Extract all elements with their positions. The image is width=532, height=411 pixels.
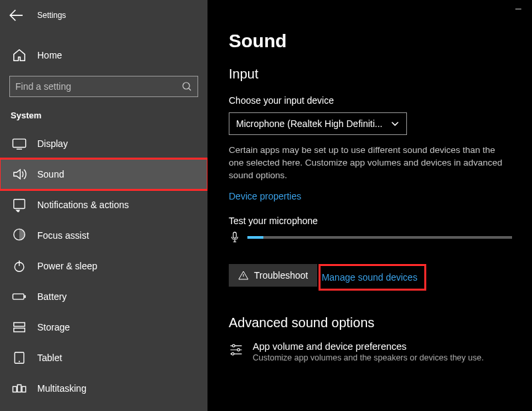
test-mic-label: Test your microphone: [229, 215, 512, 226]
help-text: Certain apps may be set up to use differ…: [229, 144, 512, 182]
home-icon: [12, 48, 27, 63]
nav-label: Sound: [37, 169, 64, 180]
svg-rect-7: [14, 328, 25, 332]
section-label-system: System: [0, 101, 207, 128]
mic-level-meter: [247, 236, 512, 239]
tablet-icon: [12, 350, 27, 365]
selected-device-text: Microphone (Realtek High Definiti...: [236, 118, 390, 129]
manage-sound-devices-link[interactable]: Manage sound devices: [322, 272, 418, 283]
warning-icon: [238, 270, 249, 281]
troubleshoot-label: Troubleshoot: [254, 270, 308, 281]
advanced-sound-heading: Advanced sound options: [229, 315, 512, 331]
battery-icon: [12, 289, 27, 304]
nav-label: Notifications & actions: [37, 200, 129, 210]
sidebar-item-sound[interactable]: Sound: [0, 159, 207, 190]
sidebar-item-focus-assist[interactable]: Focus assist: [0, 220, 207, 251]
svg-point-15: [237, 348, 240, 351]
window-controls: –: [515, 3, 527, 15]
focus-assist-icon: [12, 228, 27, 243]
window-title: Settings: [37, 11, 66, 20]
svg-point-9: [19, 361, 20, 362]
search-input[interactable]: [9, 76, 198, 97]
device-properties-link[interactable]: Device properties: [229, 191, 301, 202]
nav-label: Power & sleep: [37, 261, 97, 271]
page-title: Sound: [229, 31, 512, 52]
home-label: Home: [37, 50, 62, 61]
sidebar-item-notifications[interactable]: Notifications & actions: [0, 190, 207, 220]
sidebar-item-home[interactable]: Home: [0, 41, 207, 69]
sound-icon: [12, 167, 27, 182]
nav-label: Tablet: [37, 352, 62, 363]
mic-test-row: [229, 231, 512, 243]
sidebar: Settings Home System Display: [0, 0, 207, 411]
svg-rect-13: [233, 232, 237, 238]
minimize-button[interactable]: –: [515, 3, 527, 14]
nav-label: Storage: [37, 322, 70, 333]
content-panel: – Sound Input Choose your input device M…: [207, 0, 532, 411]
search-wrap: [0, 69, 207, 101]
storage-icon: [12, 320, 27, 335]
settings-window: Settings Home System Display: [0, 0, 532, 411]
choose-device-label: Choose your input device: [229, 95, 512, 106]
search-field[interactable]: [15, 81, 182, 92]
app-volume-preferences[interactable]: App volume and device preferences Custom…: [229, 341, 512, 362]
microphone-icon: [229, 231, 241, 243]
pref-title: App volume and device preferences: [253, 341, 483, 352]
svg-rect-1: [13, 139, 25, 147]
sidebar-item-tablet[interactable]: Tablet: [0, 342, 207, 373]
manage-sound-devices-highlight: Manage sound devices: [321, 266, 424, 289]
mic-level-fill: [247, 236, 263, 239]
back-arrow-icon[interactable]: [9, 9, 23, 22]
svg-point-16: [231, 352, 234, 355]
nav-label: Display: [37, 138, 68, 149]
pref-subtitle: Customize app volumes and the speakers o…: [253, 353, 483, 362]
sidebar-item-battery[interactable]: Battery: [0, 281, 207, 312]
sidebar-header: Settings: [0, 0, 207, 31]
power-icon: [12, 259, 27, 273]
notifications-icon: [12, 198, 27, 212]
nav-label: Focus assist: [37, 230, 89, 241]
nav-label: Battery: [37, 291, 66, 302]
display-icon: [12, 136, 27, 151]
svg-rect-11: [17, 385, 21, 392]
search-icon: [182, 81, 192, 92]
svg-point-0: [183, 82, 190, 89]
troubleshoot-button[interactable]: Troubleshoot: [229, 264, 317, 287]
nav-label: Multitasking: [37, 383, 86, 394]
section-input: Input: [229, 67, 512, 82]
svg-rect-12: [22, 386, 26, 392]
pref-text: App volume and device preferences Custom…: [253, 341, 483, 362]
svg-rect-2: [14, 200, 25, 209]
input-device-select[interactable]: Microphone (Realtek High Definiti...: [229, 112, 407, 135]
chevron-down-icon: [390, 119, 400, 128]
svg-rect-6: [14, 323, 25, 327]
sidebar-item-multitasking[interactable]: Multitasking: [0, 373, 207, 404]
sidebar-item-storage[interactable]: Storage: [0, 312, 207, 342]
multitasking-icon: [12, 381, 27, 396]
svg-rect-4: [13, 294, 24, 299]
sliders-icon: [229, 342, 243, 357]
svg-rect-10: [13, 386, 17, 392]
svg-point-14: [233, 344, 235, 347]
nav-list: Display Sound Notifications & actions Fo…: [0, 128, 207, 404]
sidebar-item-power-sleep[interactable]: Power & sleep: [0, 251, 207, 281]
sidebar-item-display[interactable]: Display: [0, 128, 207, 159]
svg-rect-5: [25, 295, 26, 298]
